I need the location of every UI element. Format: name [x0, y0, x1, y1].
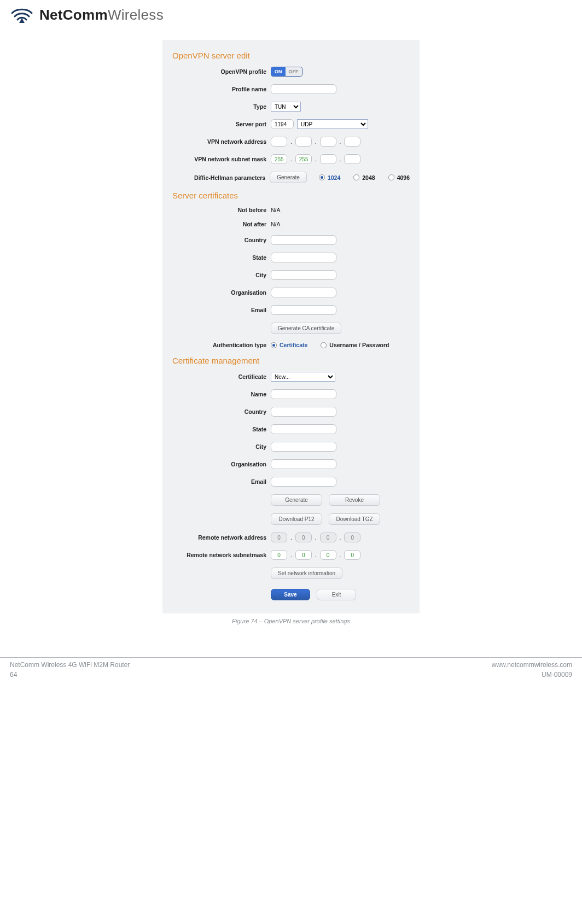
label-mgmt-org: Organisation	[172, 461, 271, 467]
server-port-input[interactable]	[271, 119, 294, 129]
label-remote-mask: Remote network subnetmask	[172, 552, 271, 558]
auth-certificate-radio[interactable]: Certificate	[271, 342, 307, 348]
cert-state-input[interactable]	[271, 253, 336, 262]
vpn-addr-oct4[interactable]	[344, 137, 360, 147]
vpn-mask-oct3[interactable]	[320, 154, 336, 164]
cert-email-input[interactable]	[271, 305, 336, 315]
cert-org-input[interactable]	[271, 288, 336, 297]
label-openvpn-profile: OpenVPN profile	[172, 68, 271, 75]
remote-mask-oct1[interactable]	[271, 550, 287, 560]
vpn-mask-oct1[interactable]	[271, 154, 287, 164]
not-after-value: N/A	[271, 221, 281, 227]
dh-4096-radio[interactable]: 4096	[388, 174, 410, 181]
vpn-mask-oct2[interactable]	[295, 154, 312, 164]
set-network-info-button[interactable]: Set network information	[271, 568, 342, 579]
label-profile-name: Profile name	[172, 86, 271, 92]
mgmt-name-input[interactable]	[271, 389, 336, 399]
remote-addr-oct3[interactable]	[320, 533, 336, 542]
label-cert-org: Organisation	[172, 289, 271, 296]
settings-panel: OpenVPN server edit OpenVPN profile ON O…	[162, 40, 420, 613]
cert-revoke-button[interactable]: Revoke	[329, 494, 380, 506]
footer-url: www.netcommwireless.com	[492, 660, 572, 670]
cert-city-input[interactable]	[271, 270, 336, 280]
openvpn-profile-toggle[interactable]: ON OFF	[271, 67, 302, 77]
download-p12-button[interactable]: Download P12	[271, 513, 322, 525]
generate-ca-button[interactable]: Generate CA certificate	[271, 323, 341, 334]
label-remote-addr: Remote network address	[172, 534, 271, 541]
label-vpn-mask: VPN network subnet mask	[172, 156, 271, 162]
label-mgmt-city: City	[172, 443, 271, 450]
dh-1024-radio[interactable]: 1024	[319, 174, 340, 181]
footer-product: NetComm Wireless 4G WiFi M2M Router	[10, 660, 130, 670]
section-title-mgmt: Certificate management	[172, 356, 410, 365]
remote-addr-oct1[interactable]	[271, 533, 287, 542]
mgmt-city-input[interactable]	[271, 442, 336, 452]
remote-mask-oct3[interactable]	[320, 550, 336, 560]
dh-2048-radio[interactable]: 2048	[353, 174, 375, 181]
label-vpn-addr: VPN network address	[172, 138, 271, 145]
label-cert-state: State	[172, 254, 271, 261]
download-tgz-button[interactable]: Download TGZ	[329, 513, 380, 525]
label-cert-country: Country	[172, 237, 271, 243]
save-button[interactable]: Save	[271, 589, 310, 600]
label-cert-city: City	[172, 272, 271, 278]
mgmt-country-input[interactable]	[271, 407, 336, 417]
label-not-before: Not before	[172, 207, 271, 213]
cert-country-input[interactable]	[271, 235, 336, 245]
label-server-port: Server port	[172, 121, 271, 127]
wifi-icon	[10, 7, 34, 24]
mgmt-state-input[interactable]	[271, 424, 336, 434]
certificate-select[interactable]: New...	[271, 372, 335, 382]
figure-caption: Figure 74 – OpenVPN server profile setti…	[10, 618, 572, 624]
remote-addr-oct2[interactable]	[295, 533, 312, 542]
footer-doc: UM-00009	[492, 670, 572, 680]
server-proto-select[interactable]: UDP	[297, 119, 368, 129]
mgmt-org-input[interactable]	[271, 459, 336, 469]
label-mgmt-state: State	[172, 426, 271, 432]
label-dh: Diffie-Hellman parameters	[172, 174, 270, 181]
remote-addr-oct4[interactable]	[344, 533, 360, 542]
page-footer: NetComm Wireless 4G WiFi M2M Router 64 w…	[0, 657, 582, 686]
section-title-edit: OpenVPN server edit	[172, 51, 410, 60]
label-mgmt-name: Name	[172, 391, 271, 397]
vpn-mask-oct4[interactable]	[344, 154, 360, 164]
remote-mask-oct2[interactable]	[295, 550, 312, 560]
label-auth-type: Authentication type	[172, 342, 271, 348]
profile-name-input[interactable]	[271, 84, 336, 94]
label-cert-email: Email	[172, 307, 271, 313]
auth-userpass-radio[interactable]: Username / Password	[321, 342, 389, 348]
generate-dh-button[interactable]: Generate	[270, 172, 307, 183]
label-mgmt-country: Country	[172, 408, 271, 415]
not-before-value: N/A	[271, 207, 281, 213]
vpn-addr-oct2[interactable]	[295, 137, 312, 147]
label-type: Type	[172, 103, 271, 110]
section-title-certs: Server certificates	[172, 191, 410, 200]
exit-button[interactable]: Exit	[317, 589, 356, 600]
type-select[interactable]: TUN	[271, 102, 301, 112]
vpn-addr-oct1[interactable]	[271, 137, 287, 147]
brand-logo: NetCommWireless	[10, 7, 572, 24]
label-certificate: Certificate	[172, 373, 271, 380]
label-not-after: Not after	[172, 221, 271, 227]
footer-page: 64	[10, 670, 130, 680]
label-mgmt-email: Email	[172, 478, 271, 485]
mgmt-email-input[interactable]	[271, 477, 336, 487]
vpn-addr-oct3[interactable]	[320, 137, 336, 147]
remote-mask-oct4[interactable]	[344, 550, 360, 560]
cert-generate-button[interactable]: Generate	[271, 494, 322, 506]
brand-text: NetCommWireless	[39, 7, 164, 24]
